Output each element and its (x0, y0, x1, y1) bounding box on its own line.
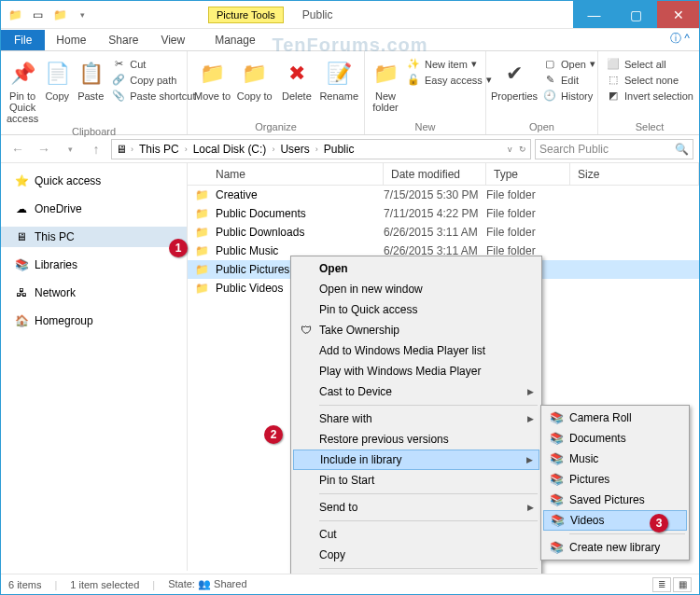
library-icon: 📚 (549, 493, 564, 506)
ctx-pin-start[interactable]: Pin to Start (293, 470, 539, 491)
breadcrumb-seg[interactable]: This PC (137, 143, 181, 156)
lib-pictures[interactable]: 📚Pictures (543, 469, 687, 490)
lib-music[interactable]: 📚Music (543, 449, 687, 469)
easy-access-button[interactable]: 🔓Easy access ▾ (404, 73, 494, 87)
view-details-button[interactable]: ≣ (652, 577, 671, 592)
ctx-pin-quick[interactable]: Pin to Quick access (293, 299, 539, 320)
col-name[interactable]: Name (188, 163, 384, 185)
ctx-send-to[interactable]: Send to▶ (293, 497, 539, 518)
ctx-open-new-window[interactable]: Open in new window (293, 279, 539, 299)
chevron-right-icon: ▶ (527, 414, 534, 423)
col-type[interactable]: Type (486, 163, 570, 185)
paste-icon: 📋 (76, 59, 105, 89)
ctx-wmp-list[interactable]: Add to Windows Media Player list (293, 340, 539, 361)
newfolder-icon: 📁 (371, 59, 400, 89)
cut-icon: ✂ (111, 58, 126, 70)
col-size[interactable]: Size (570, 163, 699, 185)
library-icon: 📚 (549, 541, 564, 554)
maximize-button[interactable]: ▢ (615, 1, 657, 28)
nav-this-pc[interactable]: 🖥This PC (1, 227, 187, 247)
chevron-right-icon: ▶ (526, 455, 533, 464)
nav-libraries[interactable]: 📚Libraries (1, 255, 187, 275)
forward-button[interactable]: → (33, 138, 55, 160)
tab-file[interactable]: File (1, 30, 45, 50)
separator (319, 568, 538, 569)
qat-dropdown[interactable]: ▾ (72, 5, 92, 25)
file-row[interactable]: 📁Public Downloads6/26/2015 3:11 AMFile f… (188, 223, 699, 242)
copy-path-button[interactable]: 🔗Copy path (109, 73, 197, 87)
collapse-ribbon[interactable]: ⓘ ^ (661, 27, 699, 50)
cut-button[interactable]: ✂Cut (109, 57, 197, 71)
view-large-button[interactable]: ▦ (673, 577, 692, 592)
context-menu: Open Open in new window Pin to Quick acc… (290, 256, 542, 595)
lib-camera-roll[interactable]: 📚Camera Roll (543, 408, 687, 428)
ctx-share-with[interactable]: Share with▶ (293, 408, 539, 429)
open-button[interactable]: ▢Open ▾ (540, 57, 597, 71)
back-button[interactable]: ← (7, 138, 29, 160)
folder-icon: 📁 (5, 5, 25, 25)
qat-newfolder[interactable]: 📁 (49, 5, 70, 25)
invert-selection-button[interactable]: ◩Invert selection (604, 89, 695, 103)
ctx-wmp-play[interactable]: Play with Windows Media Player (293, 361, 539, 381)
lib-create-new[interactable]: 📚Create new library (543, 537, 687, 558)
pc-icon: 🖥 (116, 143, 127, 156)
new-folder-button[interactable]: 📁New folder (371, 55, 400, 113)
copy-button[interactable]: 📄Copy (42, 55, 72, 102)
tab-home[interactable]: Home (45, 30, 97, 50)
select-none-button[interactable]: ⬚Select none (604, 73, 695, 87)
group-open: Open (492, 119, 592, 132)
tab-share[interactable]: Share (97, 30, 149, 50)
lib-documents[interactable]: 📚Documents (543, 428, 687, 449)
nav-network[interactable]: 🖧Network (1, 283, 187, 303)
ctx-restore[interactable]: Restore previous versions (293, 429, 539, 450)
file-row[interactable]: 📁Public Documents7/11/2015 4:22 PMFile f… (188, 204, 699, 223)
column-headers: Name Date modified Type Size (188, 163, 699, 186)
library-icon: 📚 (549, 473, 564, 486)
col-date[interactable]: Date modified (384, 163, 486, 185)
copy-to-button[interactable]: 📁Copy to (235, 55, 273, 102)
separator (319, 405, 538, 406)
rename-button[interactable]: 📝Rename (319, 55, 358, 102)
ctx-take-ownership[interactable]: 🛡Take Ownership (293, 320, 539, 340)
annotation-marker-2: 2 (264, 425, 283, 444)
tab-view[interactable]: View (149, 30, 196, 50)
folder-icon: 📁 (188, 226, 216, 239)
new-item-button[interactable]: ✨New item ▾ (404, 57, 494, 71)
delete-button[interactable]: ✖Delete (277, 55, 315, 102)
ctx-cast[interactable]: Cast to Device▶ (293, 381, 539, 402)
paste-shortcut-button[interactable]: 📎Paste shortcut (109, 89, 197, 103)
ctx-open[interactable]: Open (293, 258, 539, 279)
nav-onedrive[interactable]: ☁OneDrive (1, 199, 187, 219)
nav-homegroup[interactable]: 🏠Homegroup (1, 311, 187, 331)
pin-quick-access-button[interactable]: 📌Pin to Quick access (7, 55, 38, 124)
edit-button[interactable]: ✎Edit (540, 73, 597, 87)
qat-properties[interactable]: ▭ (27, 5, 48, 25)
nav-quick-access[interactable]: ⭐Quick access (1, 171, 187, 191)
breadcrumb-seg[interactable]: Users (278, 143, 311, 156)
minimize-button[interactable]: ― (573, 1, 615, 28)
select-all-button[interactable]: ⬜Select all (604, 57, 695, 71)
recent-dropdown[interactable]: ▾ (59, 138, 81, 160)
properties-button[interactable]: ✔Properties (492, 55, 537, 102)
library-icon: 📚 (549, 432, 564, 445)
breadcrumb-seg[interactable]: Local Disk (C:) (191, 143, 269, 156)
status-bar: 6 items | 1 item selected | State: 👥 Sha… (1, 574, 699, 594)
close-button[interactable]: ✕ (657, 1, 699, 28)
address-bar[interactable]: 🖥› This PC› Local Disk (C:)› Users› Publ… (111, 139, 531, 159)
network-icon: 🖧 (14, 286, 29, 299)
lib-saved-pictures[interactable]: 📚Saved Pictures (543, 490, 687, 510)
move-to-button[interactable]: 📁Move to (193, 55, 231, 102)
group-new: New (371, 119, 480, 132)
history-button[interactable]: 🕘History (540, 89, 597, 103)
props-icon: ✔ (499, 59, 529, 89)
search-box[interactable]: Search Public 🔍 (535, 139, 693, 159)
ctx-cut[interactable]: Cut (293, 524, 539, 545)
up-button[interactable]: ↑ (85, 138, 107, 160)
ctx-copy[interactable]: Copy (293, 545, 539, 565)
file-row[interactable]: 📁Creative7/15/2015 5:30 PMFile folder (188, 186, 699, 204)
group-select: Select (604, 119, 695, 132)
paste-button[interactable]: 📋Paste (76, 55, 105, 102)
tab-manage[interactable]: Manage (203, 30, 266, 50)
ctx-include-library[interactable]: Include in library▶ (293, 450, 539, 470)
breadcrumb-seg[interactable]: Public (322, 143, 357, 156)
